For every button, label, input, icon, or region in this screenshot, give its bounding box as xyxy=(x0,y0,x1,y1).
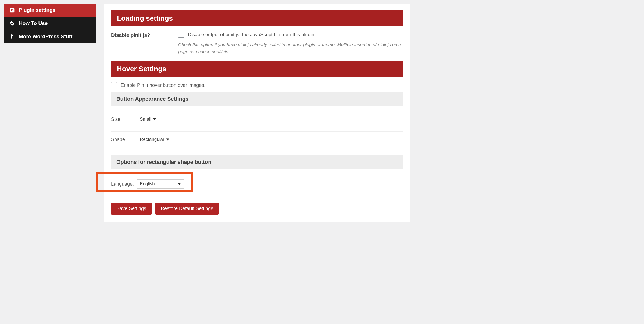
key-icon xyxy=(9,34,15,39)
save-settings-button[interactable]: Save Settings xyxy=(111,203,152,215)
sidebar-item-more-wordpress[interactable]: More WordPress Stuff xyxy=(4,30,96,43)
language-value: English xyxy=(140,181,155,187)
size-label: Size xyxy=(111,117,137,122)
sidebar: P Plugin settings How To Use More WordPr… xyxy=(0,0,99,226)
disable-pinitjs-text: Disable output of pinit.js, the JavaScri… xyxy=(188,32,316,38)
loading-settings-header: Loading settings xyxy=(111,10,403,26)
hover-settings-header: Hover Settings xyxy=(111,61,403,77)
language-select[interactable]: English xyxy=(137,179,184,189)
enable-hover-text: Enable Pin It hover button over images. xyxy=(121,82,205,88)
svg-text:P: P xyxy=(11,8,13,12)
sidebar-item-how-to-use[interactable]: How To Use xyxy=(4,17,96,30)
sidebar-item-label: Plugin settings xyxy=(19,7,55,13)
shape-row: Shape Rectangular xyxy=(111,132,403,152)
main-content: Loading settings Disable pinit.js? Disab… xyxy=(104,4,410,222)
gear-icon xyxy=(9,20,15,26)
language-row: Language: English xyxy=(111,175,403,193)
disable-pinitjs-label: Disable pinit.js? xyxy=(111,32,178,38)
size-select[interactable]: Small xyxy=(137,115,159,124)
sidebar-item-label: How To Use xyxy=(19,20,48,26)
rect-options-header: Options for rectangular shape button xyxy=(111,155,403,169)
action-buttons: Save Settings Restore Default Settings xyxy=(111,203,403,215)
enable-hover-checkbox[interactable] xyxy=(111,82,117,88)
size-value: Small xyxy=(140,117,151,122)
shape-value: Rectangular xyxy=(140,137,164,142)
enable-hover-row: Enable Pin It hover button over images. xyxy=(111,82,403,88)
disable-pinitjs-row: Disable pinit.js? Disable output of pini… xyxy=(111,32,403,55)
shape-label: Shape xyxy=(111,137,137,142)
chevron-down-icon xyxy=(166,139,169,141)
disable-pinitjs-checkbox[interactable] xyxy=(178,32,184,38)
disable-pinitjs-help: Check this option if you have pinit.js a… xyxy=(178,41,403,55)
chevron-down-icon xyxy=(178,183,181,185)
pinterest-icon: P xyxy=(9,7,15,13)
chevron-down-icon xyxy=(153,118,156,120)
sidebar-item-label: More WordPress Stuff xyxy=(19,34,72,39)
shape-select[interactable]: Rectangular xyxy=(137,135,172,144)
button-appearance-header: Button Appearance Settings xyxy=(111,92,403,106)
size-row: Size Small xyxy=(111,111,403,132)
sidebar-item-plugin-settings[interactable]: P Plugin settings xyxy=(4,4,96,17)
language-label: Language: xyxy=(111,181,137,187)
restore-defaults-button[interactable]: Restore Default Settings xyxy=(155,203,219,215)
